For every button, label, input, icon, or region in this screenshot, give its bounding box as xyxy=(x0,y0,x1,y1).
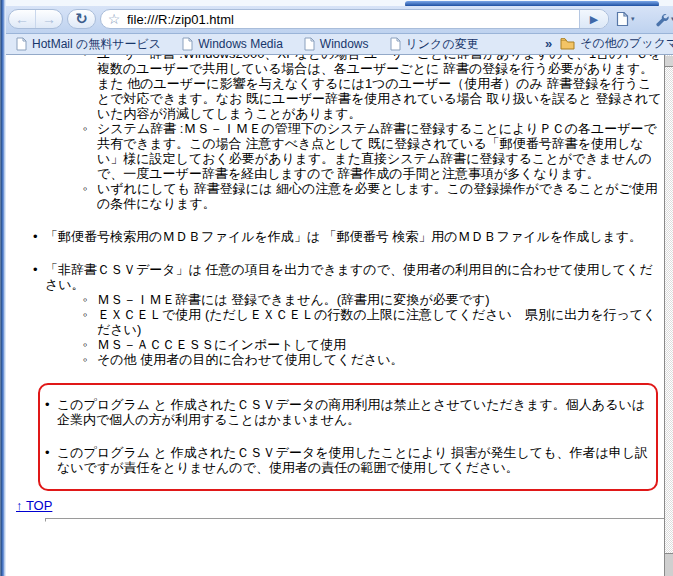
list-item: いずれにしても 辞書登録には 細心の注意を必要とします。この登録操作ができること… xyxy=(6,181,664,211)
bookmarks-overflow-area: » その他のブックマーク xyxy=(545,34,673,53)
bookmark-label: Windows Media xyxy=(198,37,283,51)
chevron-icon: » xyxy=(545,36,552,51)
bookmark-label: HotMail の無料サービス xyxy=(32,36,161,53)
forward-button[interactable]: → xyxy=(36,10,62,28)
bookmarks-bar: HotMail の無料サービス Windows Media Windows リン… xyxy=(6,34,673,55)
go-icon: ▶ xyxy=(590,13,598,26)
notice-item: このプログラム と 作成されたＣＳＶデータの商用利用は禁止とさせていただきます。… xyxy=(40,397,650,427)
bookmark-item-windows-media[interactable]: Windows Media xyxy=(182,37,283,51)
list-item: ＭＳ－ＡＣＣＥＳＳにインポートして使用 xyxy=(6,337,664,352)
tools-menu-button[interactable]: ▾ xyxy=(654,9,673,29)
csv-sublist: ＭＳ－ＩＭＥ辞書には 登録できません。(辞書用に変換が必要です) ＥＸＣＥＬで使… xyxy=(6,292,664,367)
wrench-icon xyxy=(654,12,669,27)
list-item: 「非辞書ＣＳＶデータ」は 任意の項目を出力できますので、使用者の利用目的に合わせ… xyxy=(6,262,664,292)
go-button[interactable]: ▶ xyxy=(579,10,608,28)
back-button[interactable]: ← xyxy=(9,10,36,28)
browser-toolbar: ← → ↻ ☆ file:///R:/zip01.html ▶ ▾ ▾ xyxy=(6,6,673,34)
notice-item: このプログラム と 作成されたＣＳＶデータを使用したことにより 損害が発生しても… xyxy=(40,445,650,475)
list-item: 「郵便番号検索用のＭＤＢファイルを作成」は 「郵便番号 検索」用のＭＤＢファイル… xyxy=(6,229,664,244)
vertical-scrollbar[interactable] xyxy=(664,55,673,576)
page-icon xyxy=(16,37,27,51)
address-bar[interactable]: ☆ file:///R:/zip01.html ▶ xyxy=(100,9,609,29)
bookmark-label: Windows xyxy=(320,37,369,51)
bookmark-item-windows[interactable]: Windows xyxy=(304,37,369,51)
list-item: システム辞書 :ＭＳ－ＩＭＥの管理下のシステム辞書に登録することによりＰＣの各ユ… xyxy=(6,121,664,181)
other-bookmarks-button[interactable]: その他のブックマーク xyxy=(560,35,673,52)
page-menu-button[interactable]: ▾ xyxy=(616,9,648,29)
page-menu-dropdown-icon: ▾ xyxy=(631,15,635,23)
bookmark-label: リンクの変更 xyxy=(406,36,479,53)
page-icon xyxy=(616,11,629,27)
forward-icon: → xyxy=(42,11,56,27)
dictionary-sublist: ユーザー辞書 :Windows2000、XPなどの場合 ユーザーごとに辞書があり… xyxy=(6,55,664,211)
reload-icon: ↻ xyxy=(75,10,88,28)
nav-button-group: ← → xyxy=(8,9,63,29)
address-input[interactable]: file:///R:/zip01.html xyxy=(127,10,579,28)
top-link[interactable]: ↑ TOP xyxy=(16,498,52,513)
back-icon: ← xyxy=(15,11,29,27)
bookmarks-overflow-button[interactable]: » xyxy=(545,36,552,51)
horizontal-rule xyxy=(45,518,664,522)
page-icon xyxy=(182,37,193,51)
bookmark-item-hotmail[interactable]: HotMail の無料サービス xyxy=(16,36,161,53)
bookmark-item-links[interactable]: リンクの変更 xyxy=(390,36,479,53)
page-icon xyxy=(304,37,315,51)
page-icon xyxy=(390,37,401,51)
scrollbar-thumb[interactable] xyxy=(665,553,673,576)
folder-icon xyxy=(560,37,575,50)
scrollbar-up-button[interactable] xyxy=(665,56,673,67)
window-border-left xyxy=(0,0,6,576)
list-item: ＭＳ－ＩＭＥ辞書には 登録できません。(辞書用に変換が必要です) xyxy=(6,292,664,307)
list-item: その他 使用者の目的に合わせて使用してください。 xyxy=(6,352,664,367)
reload-button[interactable]: ↻ xyxy=(67,9,96,29)
bookmark-star-icon[interactable]: ☆ xyxy=(101,10,127,28)
list-item: ＥＸＣＥＬで使用 (ただしＥＸＣＥＬの行数の上限に注意してください 県別に出力を… xyxy=(6,307,664,337)
notice-box: このプログラム と 作成されたＣＳＶデータの商用利用は禁止とさせていただきます。… xyxy=(38,383,658,491)
list-item: ユーザー辞書 :Windows2000、XPなどの場合 ユーザーごとに辞書があり… xyxy=(6,55,664,121)
page-content: ユーザー辞書 :Windows2000、XPなどの場合 ユーザーごとに辞書があり… xyxy=(6,55,664,576)
other-bookmarks-label: その他のブックマーク xyxy=(580,35,673,52)
